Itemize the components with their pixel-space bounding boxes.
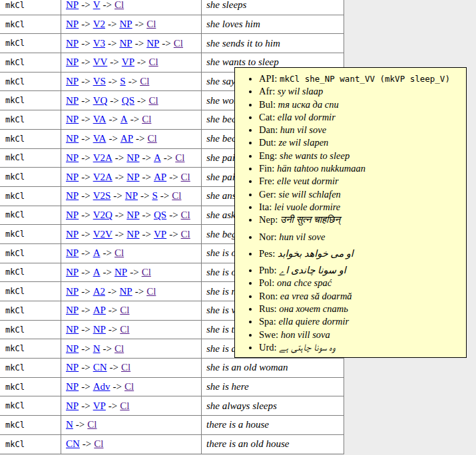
category-link[interactable]: NP (66, 247, 79, 258)
category-link[interactable]: Cl (120, 305, 129, 315)
category-link[interactable]: N (66, 419, 73, 430)
category-link[interactable]: VP (93, 400, 106, 411)
category-link[interactable]: NP (66, 95, 79, 106)
category-link[interactable]: VA (93, 133, 107, 144)
category-link[interactable]: NP (66, 38, 79, 49)
category-link[interactable]: Cl (120, 400, 129, 411)
category-link[interactable]: Cl (146, 286, 156, 297)
category-link[interactable]: VS (93, 76, 106, 86)
category-link[interactable]: A2 (93, 286, 105, 297)
translation-item: Ron: ea vrea să doarmă (259, 290, 466, 303)
category-link[interactable]: V2A (93, 172, 113, 182)
category-link[interactable]: NP (66, 400, 79, 411)
category-link[interactable]: V2Q (93, 210, 113, 220)
category-link[interactable]: Cl (181, 229, 190, 239)
category-link[interactable]: V (93, 0, 101, 10)
category-link[interactable]: Cl (120, 324, 129, 335)
category-link[interactable]: NP (146, 38, 159, 49)
category-link[interactable]: V2A (93, 152, 113, 163)
category-link[interactable]: N (93, 343, 101, 354)
category-link[interactable]: Cl (174, 38, 183, 49)
category-link[interactable]: NP (66, 190, 79, 201)
category-link[interactable]: Cl (140, 76, 149, 86)
rule-cell: NP->AP->Cl (61, 301, 202, 321)
category-link[interactable]: VQ (93, 95, 108, 106)
category-link[interactable]: V3 (93, 38, 105, 49)
category-link[interactable]: NP (66, 172, 79, 182)
category-link[interactable]: A (154, 152, 161, 163)
category-link[interactable]: NP (66, 133, 79, 144)
category-link[interactable]: NP (125, 190, 138, 201)
category-link[interactable]: NP (126, 172, 139, 182)
category-link[interactable]: Cl (142, 114, 151, 124)
category-link[interactable]: NP (66, 324, 79, 335)
arrow-text: -> (142, 172, 150, 182)
category-link[interactable]: Cl (115, 343, 124, 354)
category-link[interactable]: NP (66, 57, 79, 67)
category-link[interactable]: NP (66, 19, 79, 29)
category-link[interactable]: NP (66, 210, 79, 220)
category-link[interactable]: V2 (93, 19, 105, 29)
category-link[interactable]: Adv (93, 381, 111, 392)
category-link[interactable]: Cl (172, 190, 181, 201)
category-link[interactable]: NP (66, 267, 79, 277)
category-link[interactable]: NP (115, 267, 127, 277)
category-link[interactable]: NP (126, 229, 139, 239)
category-link[interactable]: NP (66, 343, 79, 354)
category-link[interactable]: NP (119, 38, 132, 49)
category-link[interactable]: AP (154, 172, 166, 182)
category-link[interactable]: CN (93, 362, 107, 373)
category-link[interactable]: NP (66, 114, 79, 124)
category-link[interactable]: Cl (115, 0, 124, 10)
category-link[interactable]: NP (119, 286, 132, 297)
category-link[interactable]: CN (66, 438, 80, 449)
category-link[interactable]: NP (66, 76, 79, 86)
category-link[interactable]: V2V (93, 229, 113, 239)
category-link[interactable]: Cl (148, 133, 157, 144)
category-link[interactable]: Cl (181, 172, 190, 182)
category-link[interactable]: Cl (121, 362, 130, 373)
category-link[interactable]: NP (66, 305, 79, 315)
category-link[interactable]: QS (122, 95, 134, 106)
category-link[interactable]: Cl (115, 247, 124, 258)
category-link[interactable]: Cl (148, 95, 158, 106)
category-link[interactable]: NP (66, 362, 79, 373)
category-link[interactable]: QS (154, 210, 166, 220)
arrow-text: -> (109, 400, 117, 411)
category-link[interactable]: AP (93, 305, 106, 315)
category-link[interactable]: Cl (175, 152, 184, 163)
category-link[interactable]: Cl (181, 210, 190, 220)
category-link[interactable]: NP (93, 324, 106, 335)
category-link[interactable]: NP (126, 152, 139, 163)
rule-cell: NP->V3->NP->NP->Cl (61, 34, 202, 53)
category-link[interactable]: V2S (93, 190, 111, 201)
category-link[interactable]: Cl (87, 419, 97, 430)
category-link[interactable]: NP (66, 286, 79, 297)
category-link[interactable]: A (93, 267, 101, 277)
arrow-text: -> (103, 0, 112, 10)
category-link[interactable]: NP (66, 0, 79, 10)
category-link[interactable]: A (93, 247, 101, 258)
arrow-text: -> (83, 438, 91, 449)
category-link[interactable]: VP (154, 229, 166, 239)
category-link[interactable]: NP (119, 19, 132, 29)
category-link[interactable]: S (120, 76, 125, 86)
category-link[interactable]: S (152, 190, 157, 201)
table-row: mkClNP->CN->Clshe is an old woman (0, 359, 344, 378)
category-link[interactable]: NP (126, 210, 139, 220)
category-link[interactable]: VV (93, 57, 108, 67)
category-link[interactable]: NP (66, 229, 79, 239)
category-link[interactable]: VP (122, 57, 134, 67)
category-link[interactable]: Cl (94, 438, 103, 449)
category-link[interactable]: Cl (146, 19, 156, 29)
category-link[interactable]: Cl (124, 381, 134, 392)
category-link[interactable]: Cl (142, 267, 151, 277)
category-link[interactable]: AP (120, 133, 133, 144)
category-link[interactable]: A (120, 114, 128, 124)
category-link[interactable]: NP (66, 152, 79, 163)
category-link[interactable]: Cl (148, 57, 158, 67)
arrow-text: -> (81, 133, 90, 144)
category-link[interactable]: NP (66, 381, 79, 392)
language-label: Swe: (259, 329, 278, 340)
category-link[interactable]: VA (93, 114, 107, 124)
